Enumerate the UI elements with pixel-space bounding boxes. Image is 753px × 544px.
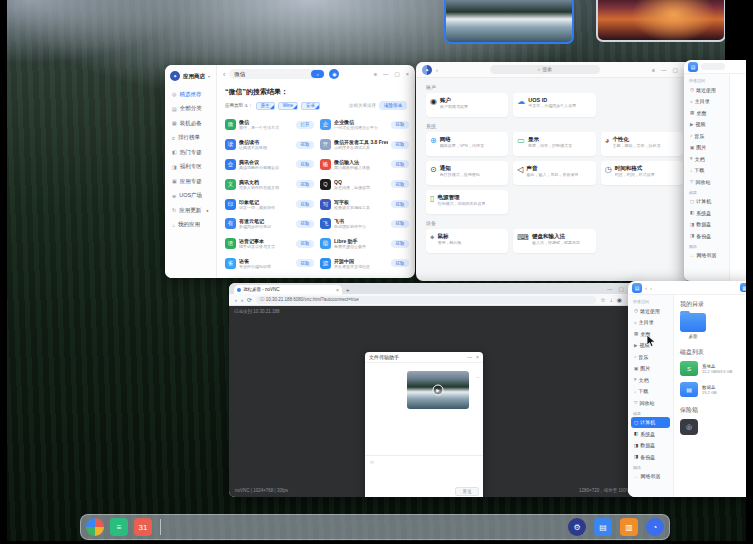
app-store-sidebar-item[interactable]: ◎ 精选推荐 (165, 87, 216, 102)
tab-close-icon[interactable]: × (336, 287, 339, 293)
forward-message-icon[interactable]: → (475, 373, 480, 379)
play-icon[interactable]: ▶ (433, 385, 444, 396)
back-icon[interactable]: ‹ (436, 67, 438, 73)
filter-option-button[interactable]: 原生 (256, 102, 275, 110)
app-result-item[interactable]: 读 微信读书 让阅读不再孤独 获取 (225, 135, 314, 155)
app-action-button[interactable]: 获取 (296, 220, 314, 228)
file-manager-icon[interactable]: ▤ (594, 518, 612, 536)
sidebar-item[interactable]: ▽ 回收站 (687, 176, 726, 188)
notes-app-icon[interactable]: ≡ (110, 518, 128, 536)
remote-desktop-viewport[interactable]: 已连接到 10.30.21.188 noVNC | 1024×768 | 30f… (229, 306, 638, 497)
caret-down-icon[interactable]: ▾ (208, 74, 210, 79)
back-icon[interactable]: ‹ (223, 71, 225, 78)
app-store-sidebar-item[interactable]: ▦ 装机必备 (165, 116, 216, 131)
sidebar-item[interactable]: ↔ 网络邻居 (687, 250, 726, 262)
app-action-button[interactable]: 获取 (296, 200, 314, 208)
app-action-button[interactable]: 打开 (296, 121, 314, 129)
sidebar-item[interactable]: ▢ 计算机 (631, 417, 670, 429)
downloads-icon[interactable]: ↓ (610, 297, 613, 303)
app-action-button[interactable]: 获取 (296, 160, 314, 168)
app-action-button[interactable]: 获取 (391, 200, 409, 208)
app-result-item[interactable]: 源 开源中国 开发者技术交流社区 获取 (320, 254, 409, 274)
sidebar-item[interactable]: ↔ 网络邻居 (631, 471, 670, 483)
app-action-button[interactable]: 获取 (391, 121, 409, 129)
launcher-icon[interactable] (86, 518, 104, 536)
settings-card[interactable]: ◕ 个性化 主题，壁纸，字体，待机等 (601, 132, 683, 156)
maximize-button[interactable]: ▢ (395, 71, 400, 77)
app-result-item[interactable]: 雀 语雀 专业的云端知识库 获取 (225, 254, 314, 274)
app-store-sidebar-item[interactable]: ⌂ 我的应用 (165, 218, 216, 233)
maximize-button[interactable]: ▢ (673, 67, 678, 73)
refresh-icon[interactable]: ⟳ (247, 296, 252, 303)
settings-card[interactable]: ☁ UOS ID 登录后，云端同步个人设置 (513, 93, 595, 117)
app-store-sidebar-item[interactable]: ◨ 福利专区 (165, 160, 216, 175)
send-button[interactable]: 发送 (455, 487, 479, 496)
disk-item[interactable]: S 系统盘 15.2 GB/63.9 GB (680, 361, 747, 376)
user-avatar[interactable]: ◉ (329, 69, 339, 79)
control-center-icon[interactable]: ⚙ (568, 518, 586, 536)
back-icon[interactable]: ‹ (645, 285, 647, 291)
minimize-button[interactable]: — (383, 71, 389, 77)
app-action-button[interactable]: 获取 (296, 141, 314, 149)
sidebar-item[interactable]: ▢ 计算机 (687, 196, 726, 208)
emoji-icon[interactable]: ☺ (369, 459, 375, 465)
sidebar-item[interactable]: ◨ 备份盘 (631, 451, 670, 463)
app-store-sidebar-item[interactable]: ≡ 排行榜单 (165, 131, 216, 146)
browser-icon[interactable]: ◔ (646, 518, 664, 536)
app-store-sidebar-item[interactable]: ↻ 应用更新 ● (165, 203, 216, 218)
sidebar-item[interactable]: ◷ 最近使用 (631, 305, 670, 317)
close-button[interactable]: × (476, 354, 479, 360)
maximize-button[interactable]: ▢ (619, 286, 624, 292)
sidebar-item[interactable]: ◷ 最近使用 (687, 84, 726, 96)
settings-card[interactable]: ◉ 账户 账户权限与设置 (426, 93, 508, 117)
sidebar-item[interactable]: ▣ 图片 (687, 142, 726, 154)
workspace-thumbnail-lake[interactable] (444, 0, 574, 44)
app-result-item[interactable]: 文 腾讯文档 可多人协作的在线文档 获取 (225, 174, 314, 194)
settings-search-input[interactable]: ⌕ 搜索 (490, 65, 600, 74)
app-store-sidebar-item[interactable]: ◧ 热门专题 (165, 145, 216, 160)
sidebar-item[interactable]: ◨ 数据盘 (631, 440, 670, 452)
sidebar-item[interactable]: ◧ 系统盘 (687, 207, 726, 219)
settings-card[interactable]: ◁ 声音 输出，输入，耳机，音效管理 (513, 161, 595, 185)
sidebar-item[interactable]: ▣ 图片 (631, 363, 670, 375)
vault-icon[interactable]: ◎ (680, 419, 698, 435)
filter-option-button[interactable]: 安卓 (301, 102, 320, 110)
settings-card[interactable]: ▯ 电源管理 性能模式，休眠和关机设置 (426, 190, 508, 214)
chat-input-area[interactable]: ☺ 发送 (365, 455, 483, 497)
chat-window[interactable]: 文件传输助手 — × ▶ → ☺ 发送 (365, 352, 483, 497)
calendar-icon[interactable]: 31 (134, 518, 152, 536)
app-result-item[interactable]: 开 微信开发者工具 3.8 Free 小程序开发调试工具 获取 (320, 135, 409, 155)
app-result-item[interactable]: 输 微信输入法 简洁高效的输入体验 获取 (320, 155, 409, 175)
file-manager-window-bottom[interactable]: ▤ ‹ › ▦ 快速访问 ◷ 最近使用 ⌂ 主目录 (628, 281, 753, 497)
forward-icon[interactable]: › (241, 297, 243, 303)
sidebar-item[interactable]: ♪ 音乐 (631, 351, 670, 363)
app-store-sidebar-item[interactable]: ▣ 应用专题 (165, 174, 216, 189)
sidebar-item[interactable]: ↓ 下载 (631, 386, 670, 398)
app-result-item[interactable]: 飞 飞书 先进团队协作平台 获取 (320, 214, 409, 234)
app-action-button[interactable]: 获取 (296, 259, 314, 267)
app-store-window[interactable]: ✦ 应用商店 ▾ ◎ 精选推荐 ▤ 全部分类 (165, 65, 415, 278)
bookshelf-app-icon[interactable]: ▥ (620, 518, 638, 536)
app-action-button[interactable]: 获取 (296, 240, 314, 248)
app-action-button[interactable]: 获取 (391, 240, 409, 248)
clear-filter-button[interactable]: 清除筛选 (379, 101, 407, 110)
profile-icon[interactable]: ◉ (617, 296, 622, 303)
app-result-item[interactable]: 微 微信 微信，是一个生活方式 打开 (225, 115, 314, 135)
sidebar-item[interactable]: ↓ 下载 (687, 165, 726, 177)
sidebar-item[interactable]: ≡ 文档 (631, 374, 670, 386)
browser-window[interactable]: 远程桌面 - noVNC × + — ▢ × ‹ › ⟳ ⓘ 10.30.21.… (229, 283, 638, 497)
file-manager-window-top[interactable]: ▤ 快速访问 ◷ 最近使用 ⌂ 主目录 ▦ 桌 (684, 60, 753, 281)
control-center-window[interactable]: ✦ ‹ ⌕ 搜索 ≡ — ▢ × 账户 ◉ 账户 账户权限与设置 ☁ (416, 62, 693, 281)
sidebar-item[interactable]: ◨ 数据盘 (687, 219, 726, 231)
back-icon[interactable]: ‹ (235, 297, 237, 303)
app-action-button[interactable]: 获取 (296, 180, 314, 188)
app-action-button[interactable]: 获取 (391, 160, 409, 168)
video-message-thumbnail[interactable]: ▶ (407, 371, 469, 409)
app-result-item[interactable]: 企 企业微信 一站式企业沟通办公平台 获取 (320, 115, 409, 135)
settings-card[interactable]: ⌨ 键盘和输入法 输入法，快捷键，键盘布局 (513, 229, 595, 253)
sidebar-item[interactable]: ⌂ 主目录 (631, 317, 670, 329)
app-result-item[interactable]: Q QQ 乐在沟通，连接你我 获取 (320, 174, 409, 194)
new-tab-button[interactable]: + (346, 287, 350, 293)
close-button[interactable]: × (406, 71, 409, 77)
disk-item[interactable]: ▤ 数据盘 19.2 GB (680, 382, 747, 397)
